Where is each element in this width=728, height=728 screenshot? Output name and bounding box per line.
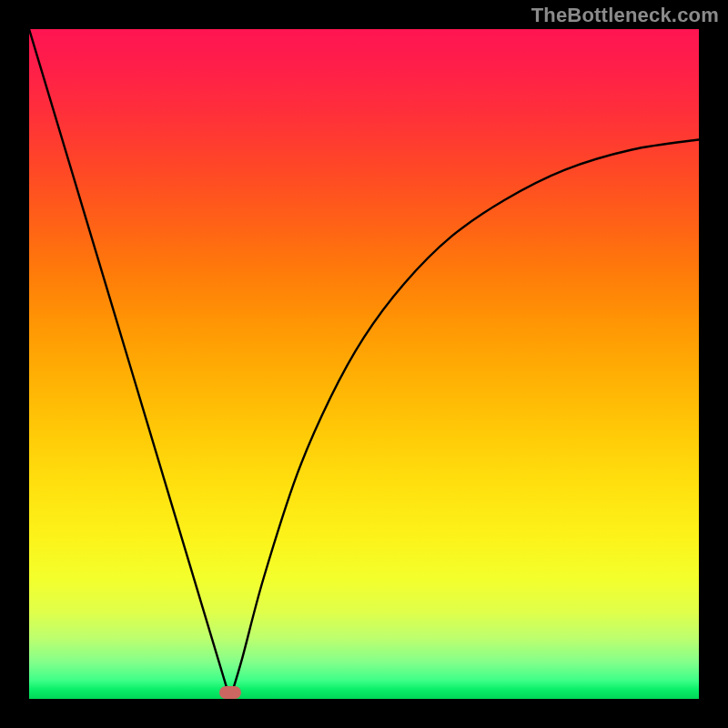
vertex-marker <box>219 686 241 699</box>
watermark-text: TheBottleneck.com <box>531 4 719 27</box>
curve-svg <box>29 29 699 699</box>
bottleneck-curve <box>29 29 699 699</box>
plot-area <box>29 29 699 699</box>
chart-container: TheBottleneck.com <box>0 0 728 728</box>
